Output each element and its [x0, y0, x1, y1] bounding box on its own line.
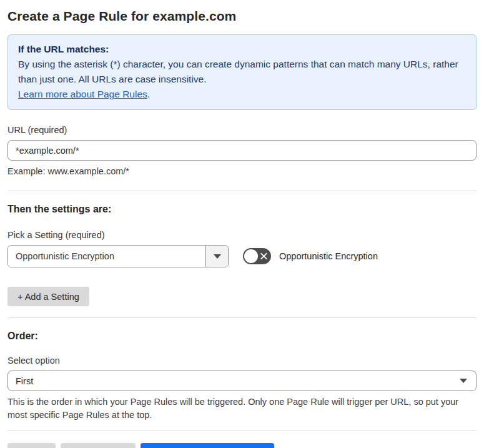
order-select[interactable]: First [7, 371, 477, 391]
cancel-button[interactable]: Cancel [7, 443, 56, 448]
link-period: . [147, 89, 150, 99]
setting-dropdown[interactable]: Opportunistic Encryption [7, 245, 229, 267]
setting-dropdown-value: Opportunistic Encryption [8, 246, 205, 267]
opportunistic-encryption-toggle[interactable] [243, 248, 271, 264]
order-helper-text: This is the order in which your Page Rul… [7, 396, 473, 422]
info-body-text: By using the asterisk (*) character, you… [18, 57, 466, 87]
url-input[interactable] [7, 140, 477, 161]
page-title: Create a Page Rule for example.com [7, 9, 477, 24]
divider [7, 430, 477, 431]
pick-setting-label: Pick a Setting (required) [7, 230, 477, 240]
setting-picker-block: Pick a Setting (required) Opportunistic … [7, 230, 477, 267]
setting-picker-row: Opportunistic Encryption Opportunistic E… [7, 245, 477, 267]
setting-dropdown-arrow-button[interactable] [205, 246, 228, 267]
order-select-value: First [16, 376, 460, 386]
order-section-heading: Order: [7, 331, 477, 342]
url-example-helper: Example: www.example.com/* [7, 165, 477, 178]
divider [7, 191, 477, 191]
save-and-deploy-button[interactable]: Save and Deploy Page Rule [141, 443, 274, 448]
toggle-setting-label: Opportunistic Encryption [279, 251, 378, 261]
settings-section-heading: Then the settings are: [7, 204, 477, 215]
url-matches-info-callout: If the URL matches: By using the asteris… [7, 34, 477, 110]
toggle-knob [244, 249, 258, 263]
info-link-line: Learn more about Page Rules. [18, 87, 466, 102]
order-select-block: Select option First This is the order in… [7, 356, 477, 422]
divider [7, 317, 477, 318]
url-field-label: URL (required) [7, 125, 477, 135]
add-setting-button[interactable]: + Add a Setting [7, 287, 89, 306]
chevron-down-icon [460, 379, 467, 383]
chevron-down-icon [214, 254, 221, 259]
create-page-rule-form: Create a Page Rule for example.com If th… [0, 0, 484, 448]
learn-more-link[interactable]: Learn more about Page Rules [18, 89, 147, 99]
save-as-draft-button[interactable]: Save as Draft [61, 443, 136, 448]
toggle-x-icon [260, 252, 268, 261]
select-option-label: Select option [7, 356, 477, 366]
form-action-buttons: Cancel Save as Draft Save and Deploy Pag… [7, 443, 477, 448]
info-heading: If the URL matches: [18, 42, 466, 57]
